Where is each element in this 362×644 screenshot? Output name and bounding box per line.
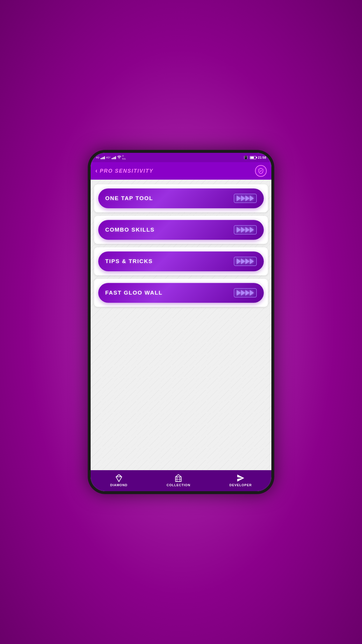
signal-bars-1 bbox=[101, 156, 105, 159]
combo-skills-label: COMBO SKILLS bbox=[105, 227, 155, 233]
signal2-label: 4G* bbox=[106, 156, 111, 159]
nav-collection-label: COLLECTION bbox=[167, 483, 191, 487]
ff-triangle-2 bbox=[241, 290, 245, 296]
app-title: PRO SENSITIVITY bbox=[100, 168, 153, 174]
menu-card-fast-gloo-wall: FAST GLOO WALL bbox=[94, 279, 268, 307]
svg-marker-8 bbox=[237, 475, 244, 482]
combo-skills-button[interactable]: COMBO SKILLS bbox=[98, 220, 264, 240]
main-content: ONE TAP TOOL COMBO SKILLS bbox=[91, 180, 271, 470]
ff-triangle-1 bbox=[237, 227, 241, 233]
menu-card-combo-skills: COMBO SKILLS bbox=[94, 216, 268, 244]
one-tap-tool-label: ONE TAP TOOL bbox=[105, 195, 153, 202]
one-tap-tool-button[interactable]: ONE TAP TOOL bbox=[98, 188, 264, 208]
nav-item-collection[interactable]: COLLECTION bbox=[167, 474, 191, 487]
fast-gloo-wall-label: FAST GLOO WALL bbox=[105, 290, 163, 296]
svg-marker-0 bbox=[116, 475, 122, 482]
nav-item-developer[interactable]: DEVELOPER bbox=[229, 474, 252, 487]
status-left: 4G 4G* bbox=[96, 155, 126, 160]
app-bar: ‹ PRO SENSITIVITY bbox=[91, 162, 271, 180]
ff-triangle-3 bbox=[245, 290, 249, 296]
ff-triangle-4 bbox=[250, 227, 254, 233]
fast-gloo-wall-button[interactable]: FAST GLOO WALL bbox=[98, 283, 264, 303]
ff-triangle-3 bbox=[245, 227, 249, 233]
combo-skills-ff-icons bbox=[234, 225, 257, 235]
menu-card-tips-tricks: TIPS & TRICKS bbox=[94, 247, 268, 275]
ff-triangle-2 bbox=[241, 195, 245, 201]
nav-diamond-label: DIAMOND bbox=[110, 483, 128, 487]
nav-item-diamond[interactable]: DIAMOND bbox=[110, 474, 128, 487]
nav-developer-label: DEVELOPER bbox=[229, 483, 252, 487]
ff-triangle-4 bbox=[250, 290, 254, 296]
vibrate-icon: 📳 bbox=[244, 155, 248, 160]
ff-triangle-1 bbox=[237, 290, 241, 296]
app-bar-left: ‹ PRO SENSITIVITY bbox=[95, 167, 153, 175]
fast-gloo-ff-icons bbox=[234, 288, 257, 298]
diamond-icon bbox=[115, 474, 123, 482]
ff-triangle-3 bbox=[245, 195, 249, 201]
signal1-label: 4G bbox=[96, 156, 99, 159]
ff-triangle-4 bbox=[250, 258, 254, 264]
send-icon bbox=[237, 474, 245, 482]
status-bar: 4G 4G* bbox=[91, 153, 271, 162]
ff-triangle-4 bbox=[250, 195, 254, 201]
menu-card-one-tap-tool: ONE TAP TOOL bbox=[94, 184, 268, 212]
tips-tricks-label: TIPS & TRICKS bbox=[105, 258, 153, 265]
time-display: 21:58 bbox=[258, 156, 266, 159]
tips-tricks-button[interactable]: TIPS & TRICKS bbox=[98, 251, 264, 271]
status-right: 📳 21:58 bbox=[244, 155, 266, 160]
tips-tricks-ff-icons bbox=[234, 257, 257, 266]
ff-triangle-3 bbox=[245, 258, 249, 264]
ff-triangle-1 bbox=[237, 258, 241, 264]
wifi-icon bbox=[117, 155, 121, 160]
phone-frame: 4G 4G* bbox=[88, 150, 274, 494]
back-button[interactable]: ‹ bbox=[95, 167, 97, 175]
one-tap-ff-icons bbox=[234, 194, 257, 203]
ff-triangle-2 bbox=[241, 258, 245, 264]
battery-icon bbox=[250, 156, 256, 159]
ff-triangle-1 bbox=[237, 195, 241, 201]
bottom-nav: DIAMOND COLLECTION DEVELOPER bbox=[91, 470, 271, 491]
network-speed: 0K/s bbox=[122, 155, 126, 160]
ff-triangle-2 bbox=[241, 227, 245, 233]
shield-button[interactable] bbox=[255, 165, 267, 177]
box-icon bbox=[174, 474, 182, 482]
signal-bars-2 bbox=[112, 156, 116, 159]
phone-screen: 4G 4G* bbox=[91, 153, 271, 491]
